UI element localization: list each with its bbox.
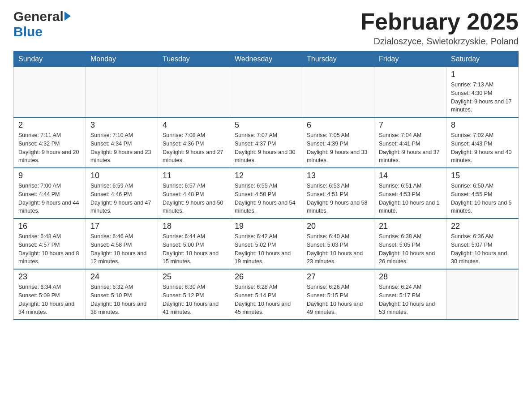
day-number: 15 — [451, 171, 514, 180]
calendar-cell — [446, 269, 519, 320]
calendar-week-row: 1Sunrise: 7:13 AMSunset: 4:30 PMDaylight… — [14, 67, 519, 118]
day-number: 17 — [90, 222, 153, 231]
day-number: 13 — [307, 171, 369, 180]
day-number: 22 — [451, 222, 514, 231]
day-header-wednesday: Wednesday — [230, 51, 302, 67]
day-info: Sunrise: 7:05 AMSunset: 4:39 PMDaylight:… — [307, 131, 369, 165]
day-info: Sunrise: 6:34 AMSunset: 5:09 PMDaylight:… — [18, 283, 81, 317]
calendar-cell: 6Sunrise: 7:05 AMSunset: 4:39 PMDaylight… — [302, 117, 374, 168]
day-info: Sunrise: 7:13 AMSunset: 4:30 PMDaylight:… — [451, 81, 514, 114]
day-number: 16 — [18, 222, 81, 231]
day-number: 6 — [307, 120, 369, 130]
day-info: Sunrise: 7:08 AMSunset: 4:36 PMDaylight:… — [163, 131, 225, 165]
calendar-cell: 2Sunrise: 7:11 AMSunset: 4:32 PMDaylight… — [14, 117, 86, 168]
day-number: 7 — [379, 120, 442, 130]
calendar-cell: 18Sunrise: 6:44 AMSunset: 5:00 PMDayligh… — [158, 218, 230, 269]
calendar-cell: 14Sunrise: 6:51 AMSunset: 4:53 PMDayligh… — [374, 168, 446, 218]
day-number: 28 — [379, 272, 442, 282]
logo: General Blue — [13, 9, 71, 39]
location-text: Dzialoszyce, Swietokrzyskie, Poland — [360, 36, 519, 47]
calendar-cell: 10Sunrise: 6:59 AMSunset: 4:46 PMDayligh… — [86, 168, 158, 218]
day-info: Sunrise: 7:00 AMSunset: 4:44 PMDaylight:… — [18, 182, 81, 215]
day-number: 21 — [379, 222, 442, 231]
calendar-cell: 12Sunrise: 6:55 AMSunset: 4:50 PMDayligh… — [230, 168, 302, 218]
day-header-monday: Monday — [86, 51, 158, 67]
day-number: 1 — [451, 70, 514, 79]
day-info: Sunrise: 6:51 AMSunset: 4:53 PMDaylight:… — [379, 182, 442, 215]
calendar-cell: 15Sunrise: 6:50 AMSunset: 4:55 PMDayligh… — [446, 168, 519, 218]
day-number: 26 — [235, 272, 297, 282]
day-info: Sunrise: 6:26 AMSunset: 5:15 PMDaylight:… — [307, 283, 369, 317]
calendar-cell: 17Sunrise: 6:46 AMSunset: 4:58 PMDayligh… — [86, 218, 158, 269]
day-info: Sunrise: 6:42 AMSunset: 5:02 PMDaylight:… — [235, 232, 297, 266]
day-info: Sunrise: 7:02 AMSunset: 4:43 PMDaylight:… — [451, 131, 514, 165]
day-header-saturday: Saturday — [446, 51, 519, 67]
day-info: Sunrise: 6:57 AMSunset: 4:48 PMDaylight:… — [163, 182, 225, 215]
day-number: 8 — [451, 120, 514, 130]
calendar-header-row: SundayMondayTuesdayWednesdayThursdayFrid… — [14, 51, 519, 67]
calendar-cell — [374, 67, 446, 118]
calendar-cell: 13Sunrise: 6:53 AMSunset: 4:51 PMDayligh… — [302, 168, 374, 218]
calendar-cell: 4Sunrise: 7:08 AMSunset: 4:36 PMDaylight… — [158, 117, 230, 168]
calendar-cell: 19Sunrise: 6:42 AMSunset: 5:02 PMDayligh… — [230, 218, 302, 269]
day-info: Sunrise: 7:04 AMSunset: 4:41 PMDaylight:… — [379, 131, 442, 165]
day-header-sunday: Sunday — [14, 51, 86, 67]
calendar-cell: 26Sunrise: 6:28 AMSunset: 5:14 PMDayligh… — [230, 269, 302, 320]
calendar-cell — [14, 67, 86, 118]
day-number: 19 — [235, 222, 297, 231]
logo-blue-text: Blue — [13, 24, 43, 39]
day-number: 14 — [379, 171, 442, 180]
calendar-cell: 5Sunrise: 7:07 AMSunset: 4:37 PMDaylight… — [230, 117, 302, 168]
day-info: Sunrise: 6:48 AMSunset: 4:57 PMDaylight:… — [18, 232, 81, 266]
calendar-cell: 27Sunrise: 6:26 AMSunset: 5:15 PMDayligh… — [302, 269, 374, 320]
calendar-cell: 20Sunrise: 6:40 AMSunset: 5:03 PMDayligh… — [302, 218, 374, 269]
day-info: Sunrise: 7:07 AMSunset: 4:37 PMDaylight:… — [235, 131, 297, 165]
day-header-thursday: Thursday — [302, 51, 374, 67]
day-info: Sunrise: 6:53 AMSunset: 4:51 PMDaylight:… — [307, 182, 369, 215]
day-number: 24 — [90, 272, 153, 282]
day-info: Sunrise: 7:11 AMSunset: 4:32 PMDaylight:… — [18, 131, 81, 165]
page-header: General Blue February 2025 Dzialoszyce, … — [13, 9, 519, 47]
day-info: Sunrise: 6:50 AMSunset: 4:55 PMDaylight:… — [451, 182, 514, 215]
day-number: 23 — [18, 272, 81, 282]
day-number: 5 — [235, 120, 297, 130]
month-title: February 2025 — [360, 9, 519, 34]
calendar-cell: 11Sunrise: 6:57 AMSunset: 4:48 PMDayligh… — [158, 168, 230, 218]
calendar-cell: 8Sunrise: 7:02 AMSunset: 4:43 PMDaylight… — [446, 117, 519, 168]
day-number: 11 — [163, 171, 225, 180]
day-info: Sunrise: 6:40 AMSunset: 5:03 PMDaylight:… — [307, 232, 369, 266]
calendar-cell — [158, 67, 230, 118]
calendar-cell: 16Sunrise: 6:48 AMSunset: 4:57 PMDayligh… — [14, 218, 86, 269]
day-number: 9 — [18, 171, 81, 180]
calendar-cell: 7Sunrise: 7:04 AMSunset: 4:41 PMDaylight… — [374, 117, 446, 168]
day-header-friday: Friday — [374, 51, 446, 67]
calendar-week-row: 23Sunrise: 6:34 AMSunset: 5:09 PMDayligh… — [14, 269, 519, 320]
calendar-cell: 3Sunrise: 7:10 AMSunset: 4:34 PMDaylight… — [86, 117, 158, 168]
calendar-week-row: 2Sunrise: 7:11 AMSunset: 4:32 PMDaylight… — [14, 117, 519, 168]
day-info: Sunrise: 6:32 AMSunset: 5:10 PMDaylight:… — [90, 283, 153, 317]
calendar-cell: 1Sunrise: 7:13 AMSunset: 4:30 PMDaylight… — [446, 67, 519, 118]
calendar-cell: 9Sunrise: 7:00 AMSunset: 4:44 PMDaylight… — [14, 168, 86, 218]
day-info: Sunrise: 6:36 AMSunset: 5:07 PMDaylight:… — [451, 232, 514, 266]
calendar-cell: 25Sunrise: 6:30 AMSunset: 5:12 PMDayligh… — [158, 269, 230, 320]
day-number: 20 — [307, 222, 369, 231]
calendar-cell: 23Sunrise: 6:34 AMSunset: 5:09 PMDayligh… — [14, 269, 86, 320]
day-number: 4 — [163, 120, 225, 130]
calendar-cell — [230, 67, 302, 118]
day-info: Sunrise: 6:30 AMSunset: 5:12 PMDaylight:… — [163, 283, 225, 317]
day-info: Sunrise: 6:28 AMSunset: 5:14 PMDaylight:… — [235, 283, 297, 317]
calendar-cell: 24Sunrise: 6:32 AMSunset: 5:10 PMDayligh… — [86, 269, 158, 320]
day-info: Sunrise: 6:24 AMSunset: 5:17 PMDaylight:… — [379, 283, 442, 317]
day-info: Sunrise: 7:10 AMSunset: 4:34 PMDaylight:… — [90, 131, 153, 165]
day-info: Sunrise: 6:55 AMSunset: 4:50 PMDaylight:… — [235, 182, 297, 215]
calendar-week-row: 9Sunrise: 7:00 AMSunset: 4:44 PMDaylight… — [14, 168, 519, 218]
calendar-week-row: 16Sunrise: 6:48 AMSunset: 4:57 PMDayligh… — [14, 218, 519, 269]
calendar-cell: 22Sunrise: 6:36 AMSunset: 5:07 PMDayligh… — [446, 218, 519, 269]
calendar-cell — [86, 67, 158, 118]
day-number: 10 — [90, 171, 153, 180]
day-header-tuesday: Tuesday — [158, 51, 230, 67]
day-info: Sunrise: 6:59 AMSunset: 4:46 PMDaylight:… — [90, 182, 153, 215]
day-info: Sunrise: 6:44 AMSunset: 5:00 PMDaylight:… — [163, 232, 225, 266]
calendar-table: SundayMondayTuesdayWednesdayThursdayFrid… — [13, 51, 519, 320]
day-number: 25 — [163, 272, 225, 282]
